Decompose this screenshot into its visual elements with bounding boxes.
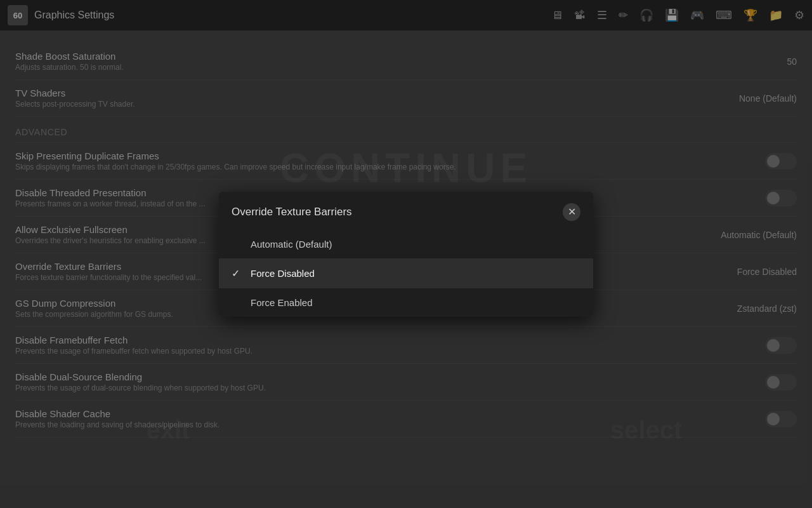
dialog-close-button[interactable]: ✕ (563, 203, 580, 221)
dialog-overlay[interactable]: Override Texture Barriers ✕ Automatic (D… (0, 0, 812, 508)
checkmark-icon: ✓ (232, 267, 244, 279)
dialog-option-force-disabled[interactable]: ✓ Force Disabled (219, 258, 593, 288)
dialog-option-force-enabled[interactable]: Force Enabled (219, 288, 593, 317)
dialog-title: Override Texture Barriers (232, 206, 352, 218)
dialog-header: Override Texture Barriers ✕ (219, 192, 593, 230)
dialog-option-force-enabled-label: Force Enabled (251, 297, 313, 308)
dialog-option-automatic-label: Automatic (Default) (251, 239, 332, 250)
override-texture-dialog: Override Texture Barriers ✕ Automatic (D… (219, 192, 593, 317)
dialog-option-force-disabled-label: Force Disabled (251, 268, 315, 279)
dialog-option-automatic[interactable]: Automatic (Default) (219, 230, 593, 258)
